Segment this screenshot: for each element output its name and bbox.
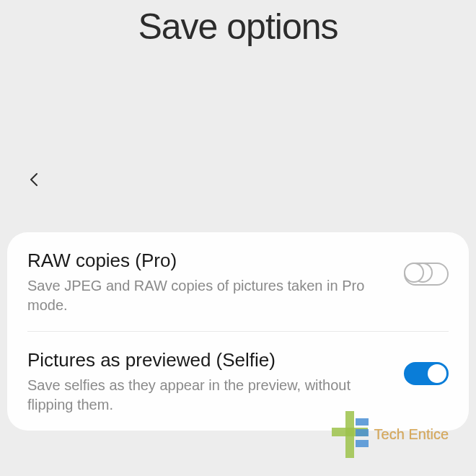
chevron-left-icon bbox=[26, 171, 43, 188]
setting-title: RAW copies (Pro) bbox=[27, 250, 382, 272]
settings-card: RAW copies (Pro) Save JPEG and RAW copie… bbox=[7, 232, 469, 431]
toggle-container bbox=[404, 250, 449, 286]
back-button[interactable] bbox=[26, 167, 43, 194]
svg-rect-3 bbox=[356, 429, 369, 436]
setting-subtitle: Save JPEG and RAW copies of pictures tak… bbox=[27, 276, 382, 315]
toggle-pictures-previewed[interactable] bbox=[404, 362, 449, 385]
setting-text: Pictures as previewed (Selfie) Save self… bbox=[27, 349, 404, 415]
svg-rect-4 bbox=[356, 440, 369, 447]
watermark: Tech Entice bbox=[328, 407, 449, 462]
setting-text: RAW copies (Pro) Save JPEG and RAW copie… bbox=[27, 250, 404, 315]
page-title: Save options bbox=[0, 0, 476, 48]
watermark-text: Tech Entice bbox=[374, 426, 449, 443]
watermark-logo-icon bbox=[328, 407, 371, 462]
setting-raw-copies[interactable]: RAW copies (Pro) Save JPEG and RAW copie… bbox=[7, 232, 469, 331]
toggle-container bbox=[404, 349, 449, 385]
svg-rect-2 bbox=[356, 418, 369, 426]
setting-title: Pictures as previewed (Selfie) bbox=[27, 349, 382, 371]
toggle-raw-copies[interactable] bbox=[404, 263, 449, 286]
